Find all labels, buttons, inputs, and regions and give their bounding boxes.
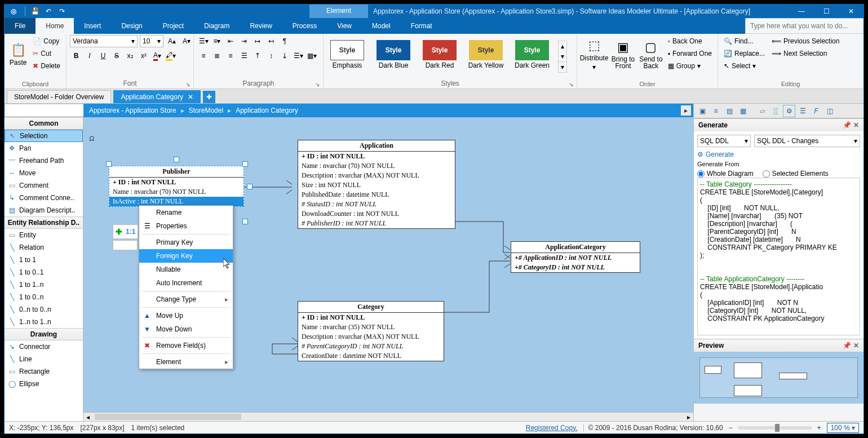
radio-selected-elements[interactable]: Selected Elements [763,170,829,178]
align-right-button[interactable]: ≡ [224,50,237,62]
valign-middle-button[interactable]: ↕ [265,50,277,62]
ribbon-search-input[interactable] [745,18,863,34]
rp-icon-2[interactable]: ≡ [710,105,722,117]
styles-scroll-down[interactable]: ▾ [559,51,566,61]
send-to-back-button[interactable]: ▢Send to Back [639,35,663,74]
dialog-launcher-icon[interactable]: ↘ [315,81,320,87]
tab-review[interactable]: Review [240,18,282,34]
font-shrink-button[interactable]: A▾ [180,35,193,47]
font-name-combo[interactable]: Verdana▾ [70,35,138,47]
scrollbar-thumb[interactable] [95,414,241,420]
rp-icon-7[interactable]: ⚙ [783,105,795,117]
rp-icon-5[interactable]: ▱ [756,105,768,117]
cut-button[interactable]: ✂Cut [30,47,63,60]
toolbox-item-line[interactable]: ╲Line [5,353,83,365]
redo-icon[interactable]: ↷ [57,6,67,16]
rp-icon-6[interactable]: ░ [769,105,782,117]
menu-properties[interactable]: ☰Properties [139,219,233,233]
tab-process[interactable]: Process [282,18,327,34]
bold-button[interactable]: B [70,50,82,62]
underline-button[interactable]: U [97,50,109,62]
menu-remove-fields[interactable]: ✖Remove Field(s) [139,339,233,352]
entity-field[interactable]: # ParentCategoryID : int NOT NULL [298,342,444,351]
back-one-button[interactable]: ▫Back One [666,35,714,47]
styles-more-button[interactable]: ▾ [559,61,566,72]
toolbox-item-move[interactable]: ↔Move [5,167,83,179]
style-dark-blue[interactable]: StyleDark Blue [373,40,414,74]
rp-icon-3[interactable]: ▤ [723,105,736,117]
close-button[interactable]: ✕ [839,5,863,18]
relation-icon[interactable]: 1:1 [126,228,135,236]
save-icon[interactable]: 💾 [30,6,40,16]
menu-auto-increment[interactable]: Auto Increment [139,276,233,290]
italic-button[interactable]: I [83,50,96,62]
tab-design[interactable]: Design [111,18,152,34]
toolbox-item-1-to-1[interactable]: ╲1 to 1 [5,254,83,266]
menu-element[interactable]: Element▸ [139,355,233,369]
tab-rtl-button[interactable]: ↤ [265,35,277,47]
style-dark-red[interactable]: StyleDark Red [419,40,460,74]
pilcrow-button[interactable]: ¶ [278,35,291,47]
highlight-button[interactable]: 🖍▾ [165,50,177,62]
dialog-launcher-icon[interactable]: ↘ [185,81,190,87]
entity-field[interactable]: +# CategoryID : int NOT NULL [511,263,640,272]
style-dark-green[interactable]: StyleDark Green [512,40,552,74]
entity-field[interactable]: CreationDate : datetime NOT NULL [298,351,444,361]
sql-output[interactable]: -- Table Category -----------------CREAT… [697,178,860,335]
pin-icon[interactable]: 📌 [843,342,851,349]
close-icon[interactable]: ✕ [853,342,859,349]
subscript-button[interactable]: x₂ [124,50,136,62]
toolbox-item-1-to-0-n[interactable]: ╲1 to 0..n [5,291,83,303]
sqlddl-mode-combo[interactable]: SQL DDL - Changes▾ [754,135,860,147]
valign-top-button[interactable]: ⤒ [251,50,264,62]
undo-icon[interactable]: ↶ [43,6,54,16]
generate-link[interactable]: ⚙Generate [697,151,860,158]
align-left-button[interactable]: ≡ [197,50,210,62]
tab-ltr-button[interactable]: ↦ [251,35,264,47]
tab-home[interactable]: Home [36,18,74,34]
tab-file[interactable]: File [5,18,36,34]
entity-field[interactable]: Size : int NOT NULL [298,180,455,190]
toolbox-item-1-to-0-1[interactable]: ╲1 to 0..1 [5,266,83,278]
resize-handle-se[interactable] [242,219,248,224]
scroll-left-button[interactable]: ◂ [83,413,92,421]
toolbox-item-entity[interactable]: ▭Entity [5,229,83,241]
previous-selection-button[interactable]: ⟸Previous Selection [769,35,842,47]
smart-actions-2[interactable] [113,240,138,250]
align-center-button[interactable]: ≣ [211,50,223,62]
close-icon[interactable]: ✕ [853,121,859,129]
zoom-knob[interactable] [775,424,780,432]
toolbox-item-diagram-descript-[interactable]: ▤Diagram Descript.. [5,204,83,216]
tab-model[interactable]: Model [362,18,401,34]
entity-field[interactable]: + ID : int NOT NULL [109,178,243,187]
entity-field[interactable]: PublishedDate : datetime NULL [298,190,455,200]
breadcrumb-storemodel[interactable]: StoreModel [189,107,223,114]
toolbox-item-selection[interactable]: ↖Selection [5,130,83,142]
find-button[interactable]: 🔍Find... [721,35,767,47]
style-emphasis[interactable]: StyleEmphasis [327,40,367,74]
justify-button[interactable]: ☰ [238,50,250,62]
tab-insert[interactable]: Insert [74,18,111,34]
menu-primary-key[interactable]: Primary Key [139,236,233,249]
menu-rename[interactable]: Rename [139,206,233,219]
menu-move-down[interactable]: ▼Move Down [139,322,233,336]
entity-field[interactable]: # PublisherID : int NOT NULL [298,219,455,228]
document-tab-storemodel[interactable]: StoreModel - Folder Overview [7,90,111,103]
rp-icon-9[interactable]: F [810,105,822,117]
entity-field[interactable]: Description : nvarchar (MAX) NOT NULL [298,171,455,180]
paste-button[interactable]: 📋 Paste [8,35,28,74]
tab-project[interactable]: Project [153,18,194,34]
valign-bottom-button[interactable]: ⤓ [278,50,291,62]
tab-format[interactable]: Format [401,18,442,34]
entity-publisher[interactable]: Publisher + ID : int NOT NULLName : nvar… [109,166,244,207]
toolbox-item-comment[interactable]: ▭Comment [5,179,83,192]
add-tab-button[interactable]: ✚ [203,91,215,103]
entity-application[interactable]: Application + ID : int NOT NULLName : nv… [298,140,455,229]
superscript-button[interactable]: x² [138,50,150,62]
style-dark-yellow[interactable]: StyleDark Yellow [466,40,506,74]
toolbox-item-1-to-1-n[interactable]: ╲1 to 1..n [5,278,83,291]
distribute-button[interactable]: ⬚Distribute▾ [581,35,608,74]
borders-button[interactable]: ▦▾ [305,50,318,62]
next-selection-button[interactable]: ⟹Next Selection [769,47,842,60]
entity-field[interactable]: +# ApplicationID : int NOT NULL [511,253,640,263]
